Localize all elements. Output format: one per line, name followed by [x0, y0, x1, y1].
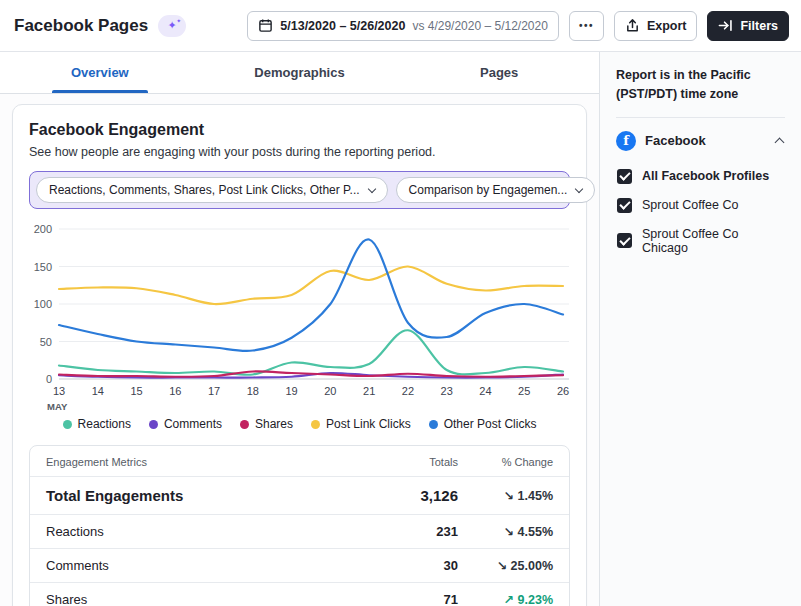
- svg-text:23: 23: [441, 385, 453, 397]
- filters-sidebar: Report is in the Pacific (PST/PDT) time …: [600, 52, 801, 606]
- title-wrap: Facebook Pages ✦ ✦: [14, 15, 186, 37]
- legend-item-post-link-clicks[interactable]: Post Link Clicks: [311, 417, 411, 431]
- legend-dot: [311, 420, 320, 429]
- profile-item-sprout-coffee-co-chicago[interactable]: Sprout Coffee Co Chicago: [616, 220, 785, 262]
- date-range-primary: 5/13/2020 – 5/26/2020: [280, 19, 405, 33]
- engagement-card: Facebook Engagement See how people are e…: [12, 104, 587, 606]
- filters-button[interactable]: Filters: [707, 11, 789, 41]
- table-row[interactable]: Total Engagements3,126↘ 1.45%: [30, 477, 569, 515]
- svg-text:MAY: MAY: [47, 401, 68, 412]
- legend-item-other-post-clicks[interactable]: Other Post Clicks: [429, 417, 537, 431]
- topbar-actions: 5/13/2020 – 5/26/2020 vs 4/29/2020 – 5/1…: [247, 11, 789, 41]
- export-icon: [625, 18, 640, 33]
- tab-overview[interactable]: Overview: [0, 52, 200, 93]
- svg-text:24: 24: [479, 385, 491, 397]
- svg-text:19: 19: [285, 385, 297, 397]
- svg-text:0: 0: [46, 373, 52, 385]
- profile-list: All Facebook ProfilesSprout Coffee CoSpr…: [616, 162, 785, 262]
- page-title: Facebook Pages: [14, 16, 148, 36]
- legend-label: Post Link Clicks: [326, 417, 411, 431]
- table-row[interactable]: Reactions231↘ 4.55%: [30, 515, 569, 549]
- chevron-up-icon: [775, 138, 785, 148]
- profile-label: Sprout Coffee Co: [642, 198, 738, 212]
- table-body: Total Engagements3,126↘ 1.45%Reactions23…: [30, 477, 569, 606]
- legend-dot: [63, 420, 72, 429]
- metric-name: Total Engagements: [46, 487, 348, 504]
- calendar-icon: [258, 18, 273, 33]
- legend-item-comments[interactable]: Comments: [149, 417, 222, 431]
- sparkle-small-icon: ✦: [176, 18, 181, 24]
- tab-demographics[interactable]: Demographics: [200, 52, 400, 93]
- top-header: Facebook Pages ✦ ✦ 5/13/2020 – 5/26/2020…: [0, 0, 801, 52]
- export-label: Export: [647, 19, 687, 33]
- timezone-note: Report is in the Pacific (PST/PDT) time …: [616, 66, 785, 118]
- metric-name: Shares: [46, 592, 348, 606]
- legend-label: Comments: [164, 417, 222, 431]
- table-row[interactable]: Comments30↘ 25.00%: [30, 549, 569, 583]
- legend-item-reactions[interactable]: Reactions: [63, 417, 131, 431]
- date-range-comparison: vs 4/29/2020 – 5/12/2020: [412, 19, 547, 33]
- change-down-value: ↘ 4.55%: [458, 524, 553, 539]
- table-header-row: Engagement Metrics Totals % Change: [30, 446, 569, 477]
- profile-label: All Facebook Profiles: [642, 169, 769, 183]
- comparison-select[interactable]: Comparison by Engagemen...: [396, 177, 596, 203]
- export-button[interactable]: Export: [614, 11, 698, 41]
- change-up-value: ↗ 9.23%: [458, 592, 553, 606]
- metric-total: 71: [348, 592, 458, 606]
- svg-text:14: 14: [92, 385, 104, 397]
- card-title: Facebook Engagement: [29, 121, 570, 139]
- metrics-select[interactable]: Reactions, Comments, Shares, Post Link C…: [36, 177, 388, 203]
- engagement-metrics-table: Engagement Metrics Totals % Change Total…: [29, 445, 570, 606]
- profile-checkbox-checked[interactable]: [617, 169, 632, 184]
- svg-text:200: 200: [34, 223, 52, 235]
- svg-text:16: 16: [169, 385, 181, 397]
- svg-text:150: 150: [34, 261, 52, 273]
- profile-checkbox-checked[interactable]: [617, 233, 632, 248]
- engagement-line-chart: 0501001502001314151617181920212223242526…: [29, 217, 573, 417]
- metric-total: 30: [348, 558, 458, 573]
- facebook-section-header[interactable]: f Facebook: [616, 118, 785, 162]
- facebook-icon: f: [616, 131, 636, 151]
- app-root: Facebook Pages ✦ ✦ 5/13/2020 – 5/26/2020…: [0, 0, 801, 606]
- svg-text:13: 13: [53, 385, 65, 397]
- legend-item-shares[interactable]: Shares: [240, 417, 293, 431]
- legend-dot: [240, 420, 249, 429]
- profile-item-sprout-coffee-co[interactable]: Sprout Coffee Co: [616, 191, 785, 220]
- tab-bar: OverviewDemographicsPages: [0, 52, 599, 94]
- profile-label: Sprout Coffee Co Chicago: [642, 227, 785, 255]
- filters-label: Filters: [740, 19, 778, 33]
- svg-text:25: 25: [518, 385, 530, 397]
- content-area: OverviewDemographicsPages Facebook Engag…: [0, 52, 801, 606]
- metric-total: 3,126: [348, 487, 458, 504]
- legend-dot: [149, 420, 158, 429]
- profile-item-all-facebook-profiles[interactable]: All Facebook Profiles: [616, 162, 785, 191]
- change-down-value: ↘ 1.45%: [458, 488, 553, 503]
- chevron-down-icon: [575, 184, 583, 192]
- more-options-button[interactable]: •••: [569, 11, 604, 41]
- svg-text:21: 21: [363, 385, 375, 397]
- table-header-totals: Totals: [348, 456, 458, 468]
- date-range-button[interactable]: 5/13/2020 – 5/26/2020 vs 4/29/2020 – 5/1…: [247, 11, 559, 41]
- metric-name: Reactions: [46, 524, 348, 539]
- main-panel: OverviewDemographicsPages Facebook Engag…: [0, 52, 600, 606]
- metric-name: Comments: [46, 558, 348, 573]
- svg-text:26: 26: [557, 385, 569, 397]
- table-row[interactable]: Shares71↗ 9.23%: [30, 583, 569, 606]
- svg-text:100: 100: [34, 298, 52, 310]
- chart-filter-bar: Reactions, Comments, Shares, Post Link C…: [29, 171, 570, 209]
- chart-legend: ReactionsCommentsSharesPost Link ClicksO…: [29, 417, 570, 431]
- chevron-down-icon: [367, 184, 375, 192]
- sparkle-badge[interactable]: ✦ ✦: [158, 15, 186, 37]
- filters-icon: [718, 18, 733, 33]
- table-header-metrics: Engagement Metrics: [46, 456, 348, 468]
- svg-text:20: 20: [324, 385, 336, 397]
- comparison-select-value: Comparison by Engagemen...: [409, 183, 568, 197]
- network-label: Facebook: [645, 133, 706, 148]
- metrics-select-value: Reactions, Comments, Shares, Post Link C…: [49, 183, 360, 197]
- profile-checkbox-checked[interactable]: [617, 198, 632, 213]
- tab-pages[interactable]: Pages: [399, 52, 599, 93]
- svg-text:22: 22: [402, 385, 414, 397]
- metric-total: 231: [348, 524, 458, 539]
- table-header-change: % Change: [458, 456, 553, 468]
- change-down-value: ↘ 25.00%: [458, 558, 553, 573]
